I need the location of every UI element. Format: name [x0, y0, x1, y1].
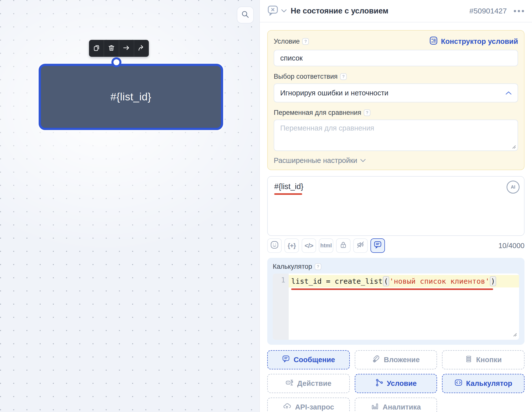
condition-help-icon[interactable]: ? [302, 38, 309, 45]
condition-keywords-input[interactable] [274, 50, 518, 66]
variable-braces-icon: {+} [288, 242, 296, 250]
message-bubble-icon [373, 241, 382, 251]
share-arrow-icon [138, 44, 145, 53]
message-text-editor[interactable]: #{list_id} AI [267, 176, 525, 236]
branch-icon [375, 379, 383, 388]
node-type-chevron-icon[interactable] [281, 9, 287, 13]
duplicate-node-button[interactable] [89, 40, 104, 57]
calculator-label: Калькулятор ? [273, 263, 321, 271]
html-mode-button[interactable]: html [319, 238, 333, 253]
code-box-icon [454, 379, 462, 388]
condition-card: Условие ? Конструктор условий [267, 30, 525, 170]
message-block-toggle-button[interactable] [370, 238, 385, 253]
condition-label: Условие ? [274, 38, 309, 45]
calculator-code-editor[interactable]: 1 list_id = create_list('новый список кл… [273, 274, 519, 340]
trash-icon [108, 44, 115, 53]
panel-title: Не состояние с условием [291, 6, 469, 15]
flow-builder-app: #{list_id} Не состояние с условием #5090… [0, 0, 532, 412]
match-type-help-icon[interactable]: ? [340, 73, 347, 80]
robot-action-icon [285, 379, 293, 388]
node-connection-handle[interactable] [111, 57, 121, 67]
delete-node-button[interactable] [104, 40, 119, 57]
add-buttons-block-button[interactable]: Кнопки [442, 350, 525, 369]
add-calculator-block-button[interactable]: Калькулятор [442, 374, 525, 393]
node-id: #50901427 [469, 7, 507, 15]
node-toolbar [89, 40, 149, 57]
calculator-help-icon[interactable]: ? [315, 263, 321, 270]
flow-canvas[interactable]: #{list_id} [0, 0, 259, 412]
protect-content-button[interactable] [336, 238, 351, 253]
spellcheck-underline [274, 193, 302, 195]
char-counter: 10/4000 [498, 242, 525, 250]
canvas-search-button[interactable] [237, 6, 254, 23]
search-icon [241, 10, 250, 20]
ai-assistant-button[interactable]: AI [507, 181, 520, 194]
condition-builder-icon [429, 36, 438, 47]
line-number: 1 [273, 276, 289, 284]
connect-node-button[interactable] [119, 40, 134, 57]
selected-flow-node[interactable]: #{list_id} [39, 64, 223, 130]
calculator-card: Калькулятор ? 1 list_id = create_list('н… [267, 258, 525, 345]
code-brackets-icon: </> [305, 242, 313, 250]
stacked-buttons-icon [465, 355, 472, 364]
block-type-buttons: Сообщение Вложение [267, 350, 525, 412]
disable-notification-button[interactable] [353, 238, 368, 253]
message-x-bubble-icon [267, 5, 279, 17]
message-bubble-icon [282, 355, 290, 365]
html-icon: html [320, 242, 332, 249]
insert-variable-button[interactable]: {+} [284, 238, 299, 253]
arrow-right-icon [123, 44, 130, 53]
code-gutter: 1 [273, 274, 289, 340]
panel-header: Не состояние с условием #50901427 [260, 0, 532, 22]
copy-icon [93, 44, 100, 53]
compare-variable-textarea[interactable] [274, 120, 518, 151]
emoji-button[interactable] [267, 238, 282, 253]
match-type-select[interactable]: Игнорируя ошибки и неточности [274, 83, 518, 102]
cloud-upload-icon [283, 402, 291, 412]
add-api-request-block-button[interactable]: API-запрос [267, 398, 350, 412]
panel-body: Условие ? Конструктор условий [260, 30, 532, 412]
message-text: #{list_id} [274, 182, 303, 191]
paperclip-icon [372, 355, 380, 365]
add-action-block-button[interactable]: Действие [267, 374, 350, 393]
chevron-up-icon [506, 91, 512, 95]
code-line[interactable]: list_id = create_list('новый список клие… [289, 275, 519, 287]
muted-speaker-icon [356, 241, 365, 251]
add-condition-block-button[interactable]: Условие [355, 374, 437, 393]
code-error-underline [291, 288, 493, 290]
advanced-settings-toggle[interactable]: Расширенные настройки [274, 156, 366, 165]
ai-label: AI [511, 185, 515, 190]
compare-variable-help-icon[interactable]: ? [364, 109, 370, 116]
smiley-icon [270, 241, 279, 251]
more-options-icon[interactable] [513, 8, 525, 14]
node-settings-panel: Не состояние с условием #50901427 Услови… [259, 0, 532, 412]
add-message-block-button[interactable]: Сообщение [267, 350, 350, 369]
match-type-label: Выбор соответствия ? [274, 73, 347, 80]
lock-icon [339, 241, 347, 250]
chevron-down-icon [360, 159, 366, 162]
condition-builder-link[interactable]: Конструктор условий [429, 36, 518, 47]
insert-code-button[interactable]: </> [302, 238, 316, 253]
bar-chart-icon [371, 402, 379, 412]
add-analytics-block-button[interactable]: Аналитика [355, 398, 437, 412]
add-attachment-block-button[interactable]: Вложение [355, 350, 437, 369]
editor-toolbar: {+} </> html [267, 238, 525, 253]
compare-variable-label: Переменная для сравнения ? [274, 109, 370, 117]
share-node-button[interactable] [134, 40, 149, 57]
node-label: #{list_id} [110, 91, 151, 103]
